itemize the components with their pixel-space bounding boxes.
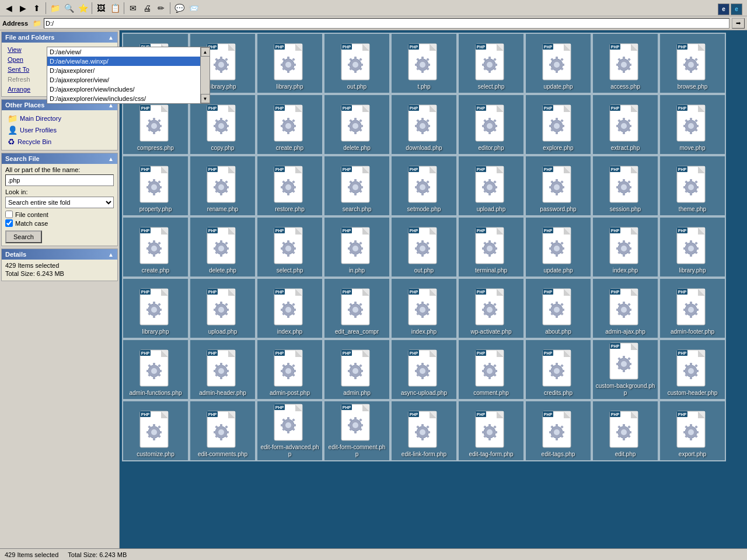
details-collapse[interactable]: ▲	[108, 251, 114, 258]
search-execute-button[interactable]: Search	[5, 230, 42, 243]
file-item[interactable]: PHP property.php	[122, 155, 189, 216]
place-item-profiles[interactable]: 👤 User Profiles	[5, 124, 114, 136]
ac-item[interactable]: D:/ajaxexplorer/view/includes/	[47, 85, 200, 94]
file-item[interactable]: PHP t.php	[390, 33, 458, 94]
file-item[interactable]: PHP edit-form-comment.php	[323, 400, 390, 461]
file-item[interactable]: PHP move.php	[659, 94, 726, 155]
file-item[interactable]: PHP in.php	[323, 216, 390, 278]
ac-item[interactable]: D:/ajaxexplorer/view/	[47, 75, 200, 85]
file-item[interactable]: PHP async-upload.php	[390, 339, 458, 400]
file-item[interactable]: PHP rename.php	[189, 155, 256, 216]
file-item[interactable]: PHP create.php	[122, 216, 189, 278]
file-item[interactable]: PHP select.php	[458, 33, 525, 94]
file-item[interactable]: PHP edit-comments.php	[189, 400, 256, 461]
print-button[interactable]: 🖨	[141, 2, 153, 15]
file-item[interactable]: PHP admin-post.php	[256, 339, 323, 400]
file-item[interactable]: PHP credits.php	[525, 339, 592, 400]
file-item[interactable]: PHP edit-form-advanced.php	[256, 400, 323, 461]
file-item[interactable]: PHP wp-activate.php	[458, 278, 525, 339]
file-name-input[interactable]	[5, 174, 114, 186]
ac-item-selected[interactable]: D:/ae/view/ae.winxp/	[47, 57, 200, 66]
edit-button[interactable]: ✏	[155, 2, 167, 15]
file-item[interactable]: PHP download.php	[390, 94, 458, 155]
svg-text:PHP: PHP	[678, 351, 686, 355]
file-item[interactable]: PHP update.php	[525, 216, 592, 278]
file-item[interactable]: PHP library.php	[256, 33, 323, 94]
look-in-select[interactable]: Search entire site fold Current folder D…	[5, 197, 114, 208]
file-item[interactable]: PHP terminal.php	[458, 216, 525, 278]
up-button[interactable]: ⬆	[30, 2, 43, 15]
search-header[interactable]: Search File ▲	[2, 153, 117, 164]
place-item-recycle[interactable]: ♻ Recycle Bin	[5, 136, 114, 148]
file-item[interactable]: PHP session.php	[592, 155, 659, 216]
history-button[interactable]: 📋	[109, 2, 121, 15]
media-button[interactable]: 🖼	[95, 2, 107, 15]
navigate-button[interactable]: ➡	[732, 18, 745, 29]
file-item[interactable]: PHP theme.php	[659, 155, 726, 216]
search-collapse[interactable]: ▲	[108, 156, 114, 162]
file-item[interactable]: PHP comment.php	[458, 339, 525, 400]
discuss-button[interactable]: 💬	[173, 2, 186, 15]
file-item[interactable]: PHP admin-header.php	[189, 339, 256, 400]
file-item[interactable]: PHP edit_area_compr	[323, 278, 390, 339]
address-input[interactable]	[44, 18, 729, 29]
file-item[interactable]: PHP library.php	[122, 278, 189, 339]
file-item[interactable]: PHP edit-tag-form.php	[458, 400, 525, 461]
file-item[interactable]: PHP browse.php	[659, 33, 726, 94]
place-item-directory[interactable]: 📁 Main Directory	[5, 113, 114, 124]
file-item[interactable]: PHP editor.php	[458, 94, 525, 155]
file-item[interactable]: PHP out.php	[390, 216, 458, 278]
search-button[interactable]: 🔍	[62, 2, 75, 15]
details-header[interactable]: Details ▲	[2, 249, 117, 260]
file-item[interactable]: PHP index.php	[592, 216, 659, 278]
file-item[interactable]: PHP explore.php	[525, 94, 592, 155]
ac-scroll-up[interactable]: ▲	[201, 47, 210, 57]
file-item[interactable]: PHP delete.php	[189, 216, 256, 278]
file-item[interactable]: PHP delete.php	[323, 94, 390, 155]
file-item[interactable]: PHP edit-tags.php	[525, 400, 592, 461]
file-folder-collapse[interactable]: ▲	[108, 34, 114, 41]
ac-scroll-down[interactable]: ▼	[201, 94, 210, 103]
ac-item[interactable]: D:/ajaxexplorer/	[47, 66, 200, 75]
back-button[interactable]: ◀	[2, 2, 15, 15]
file-item[interactable]: PHP restore.php	[256, 155, 323, 216]
file-item[interactable]: PHP out.php	[323, 33, 390, 94]
file-item[interactable]: PHP upload.php	[189, 278, 256, 339]
file-browser[interactable]: PHP index.php	[120, 30, 747, 548]
favorites-button[interactable]: ⭐	[76, 2, 89, 15]
file-item[interactable]: PHP library.php	[659, 216, 726, 278]
forward-button[interactable]: ▶	[16, 2, 29, 15]
ac-item[interactable]: D:/ajaxexplorer/view/includes/css/	[47, 94, 200, 103]
file-item[interactable]: PHP custom-header.php	[659, 339, 726, 400]
file-item[interactable]: PHP update.php	[525, 33, 592, 94]
file-item[interactable]: PHP index.php	[256, 278, 323, 339]
file-item[interactable]: PHP admin-functions.php	[122, 339, 189, 400]
file-item[interactable]: PHP edit-link-form.php	[390, 400, 458, 461]
file-item[interactable]: PHP upload.php	[458, 155, 525, 216]
file-item[interactable]: PHP edit.php	[592, 400, 659, 461]
match-case-checkbox[interactable]	[5, 219, 13, 227]
svg-rect-429	[214, 247, 217, 250]
file-item[interactable]: PHP setmode.php	[390, 155, 458, 216]
ac-item[interactable]: D:/ae/view/	[47, 47, 200, 57]
file-item[interactable]: PHP index.php	[390, 278, 458, 339]
file-item[interactable]: PHP admin-footer.php	[659, 278, 726, 339]
file-item[interactable]: PHP password.php	[525, 155, 592, 216]
file-item[interactable]: PHP search.php	[323, 155, 390, 216]
file-content-checkbox[interactable]	[5, 211, 13, 218]
ac-scrollbar[interactable]: ▲ ▼	[200, 47, 210, 103]
file-item[interactable]: PHP access.php	[592, 33, 659, 94]
mail-button[interactable]: ✉	[127, 2, 139, 15]
file-folder-header[interactable]: File and Folders ▲	[2, 32, 117, 43]
file-item[interactable]: PHP about.php	[525, 278, 592, 339]
file-item[interactable]: PHP select.php	[256, 216, 323, 278]
folder-button[interactable]: 📁	[48, 2, 61, 15]
file-item[interactable]: PHP export.php	[659, 400, 726, 461]
file-item[interactable]: PHP admin-ajax.php	[592, 278, 659, 339]
file-item[interactable]: PHP customize.php	[122, 400, 189, 461]
file-item[interactable]: PHP custom-background.php	[592, 339, 659, 400]
file-item[interactable]: PHP create.php	[256, 94, 323, 155]
file-item[interactable]: PHP admin.php	[323, 339, 390, 400]
messenger-button[interactable]: 📨	[187, 2, 200, 15]
file-item[interactable]: PHP extract.php	[592, 94, 659, 155]
